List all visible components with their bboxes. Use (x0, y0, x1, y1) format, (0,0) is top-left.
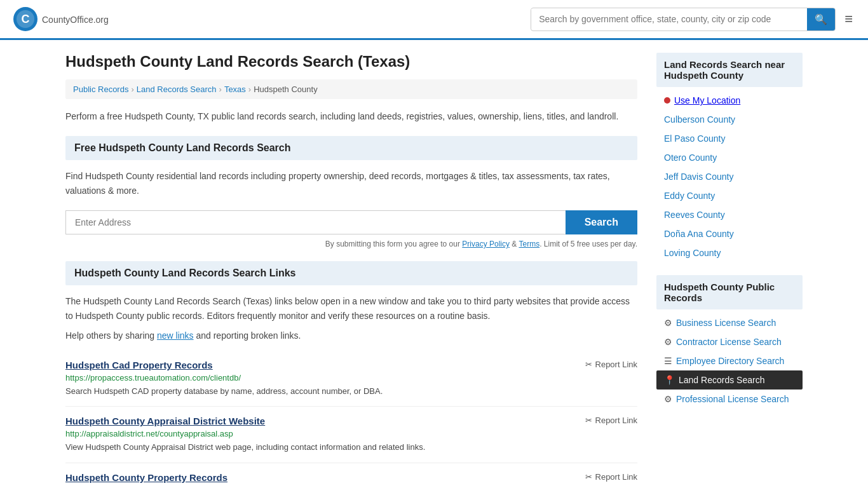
report-link-button-0[interactable]: ✂ Report Link (585, 360, 637, 369)
sidebar-nearby-loving[interactable]: Loving County (656, 243, 803, 262)
sidebar-nearby-eddy[interactable]: Eddy County (656, 186, 803, 205)
link-item-2: Hudspeth County Property Records ✂ Repor… (65, 463, 637, 488)
free-search-header: Free Hudspeth County Land Records Search (65, 136, 637, 160)
report-link-button-1[interactable]: ✂ Report Link (585, 416, 637, 425)
sidebar-public-records-section: Hudspeth County Public Records ⚙ Busines… (656, 275, 803, 409)
site-header: C CountyOffice.org 🔍 ≡ (0, 0, 868, 40)
location-dot-icon (664, 97, 670, 104)
link-url-0[interactable]: https://propaccess.trueautomation.com/cl… (65, 373, 637, 383)
use-location-link[interactable]: Use My Location (674, 95, 740, 105)
sidebar-nearby-title: Land Records Search near Hudspeth County (656, 53, 803, 87)
report-icon-1: ✂ (585, 416, 592, 425)
link-title-2[interactable]: Hudspeth County Property Records (65, 472, 227, 483)
logo-icon: C (13, 6, 38, 32)
link-desc-0: Search Hudspeth CAD property database by… (65, 385, 637, 398)
sidebar-contractor-license[interactable]: ⚙ Contractor License Search (656, 332, 803, 351)
gear-icon-contractor: ⚙ (664, 337, 672, 347)
sidebar-nearby-elpaso[interactable]: El Paso County (656, 129, 803, 148)
header-right: 🔍 ≡ (531, 8, 855, 31)
link-title-1[interactable]: Hudspeth County Appraisal District Websi… (65, 416, 265, 426)
links-section-header: Hudspeth County Land Records Search Link… (65, 261, 637, 285)
report-link-button-2[interactable]: ✂ Report Link (585, 472, 637, 482)
address-input[interactable] (65, 210, 566, 234)
breadcrumb-current: Hudspeth County (254, 85, 317, 94)
link-item-1: Hudspeth County Appraisal District Websi… (65, 407, 637, 463)
sidebar-professional-license[interactable]: ⚙ Professional License Search (656, 390, 803, 409)
sidebar-nearby-otero[interactable]: Otero County (656, 148, 803, 167)
link-item-header-0: Hudspeth Cad Property Records ✂ Report L… (65, 360, 637, 370)
link-item-header-2: Hudspeth County Property Records ✂ Repor… (65, 472, 637, 483)
help-text: Help others by sharing new links and rep… (65, 330, 637, 341)
report-icon-2: ✂ (585, 472, 592, 482)
new-links-link[interactable]: new links (157, 330, 194, 341)
gear-icon-business: ⚙ (664, 318, 672, 328)
form-disclaimer: By submitting this form you agree to our… (65, 240, 637, 248)
sidebar-nearby-reeves[interactable]: Reeves County (656, 205, 803, 224)
page-title: Hudspeth County Land Records Search (Tex… (65, 53, 637, 71)
breadcrumb-land-records-search[interactable]: Land Records Search (137, 85, 217, 94)
header-search-input[interactable] (531, 9, 807, 29)
svg-text:C: C (22, 13, 30, 25)
hamburger-icon: ≡ (844, 11, 853, 27)
search-icon: 🔍 (815, 14, 827, 25)
link-url-1[interactable]: http://appraisaldistrict.net/countyappra… (65, 429, 637, 438)
logo-org: .org (93, 15, 109, 25)
search-form-row: Search (65, 210, 637, 234)
sidebar-nearby-donana[interactable]: Doña Ana County (656, 224, 803, 243)
use-location[interactable]: Use My Location (656, 91, 803, 110)
sidebar-nearby-culberson[interactable]: Culberson County (656, 110, 803, 129)
breadcrumb-public-records[interactable]: Public Records (73, 85, 128, 94)
sidebar-nearby-jeffdavis[interactable]: Jeff Davis County (656, 167, 803, 186)
terms-link[interactable]: Terms (519, 240, 539, 248)
breadcrumb-texas[interactable]: Texas (224, 85, 246, 94)
sidebar-business-license[interactable]: ⚙ Business License Search (656, 313, 803, 332)
sidebar-nearby-section: Land Records Search near Hudspeth County… (656, 53, 803, 262)
sidebar: Land Records Search near Hudspeth County… (656, 53, 803, 488)
header-search-bar: 🔍 (531, 8, 836, 31)
main-container: Hudspeth County Land Records Search (Tex… (53, 40, 815, 488)
sidebar-land-records[interactable]: 📍 Land Records Search (656, 370, 803, 390)
search-submit-button[interactable]: Search (566, 210, 637, 234)
free-search-description: Find Hudspeth County residential land re… (65, 169, 637, 198)
logo-name: CountyOffice (42, 15, 93, 25)
breadcrumb: Public Records › Land Records Search › T… (65, 79, 637, 99)
link-item: Hudspeth Cad Property Records ✂ Report L… (65, 351, 637, 407)
pin-icon-land: 📍 (664, 375, 675, 385)
hamburger-menu-button[interactable]: ≡ (842, 8, 855, 30)
link-desc-1: View Hudspeth County Appraisal District … (65, 441, 637, 454)
header-search-button[interactable]: 🔍 (807, 8, 835, 30)
content-area: Hudspeth County Land Records Search (Tex… (65, 53, 637, 488)
links-description: The Hudspeth County Land Records Search … (65, 294, 637, 323)
page-description: Perform a free Hudspeth County, TX publi… (65, 109, 637, 123)
link-item-header-1: Hudspeth County Appraisal District Websi… (65, 416, 637, 426)
sidebar-employee-directory[interactable]: ☰ Employee Directory Search (656, 351, 803, 370)
report-icon-0: ✂ (585, 360, 592, 369)
links-section: Hudspeth County Land Records Search Link… (65, 261, 637, 488)
link-title-0[interactable]: Hudspeth Cad Property Records (65, 360, 213, 370)
privacy-policy-link[interactable]: Privacy Policy (462, 240, 510, 248)
search-form: Search By submitting this form you agree… (65, 210, 637, 248)
logo-text: CountyOffice.org (42, 13, 109, 26)
sidebar-public-records-title: Hudspeth County Public Records (656, 275, 803, 309)
list-icon-employee: ☰ (664, 356, 672, 366)
gear-icon-professional: ⚙ (664, 394, 672, 404)
logo[interactable]: C CountyOffice.org (13, 6, 109, 32)
